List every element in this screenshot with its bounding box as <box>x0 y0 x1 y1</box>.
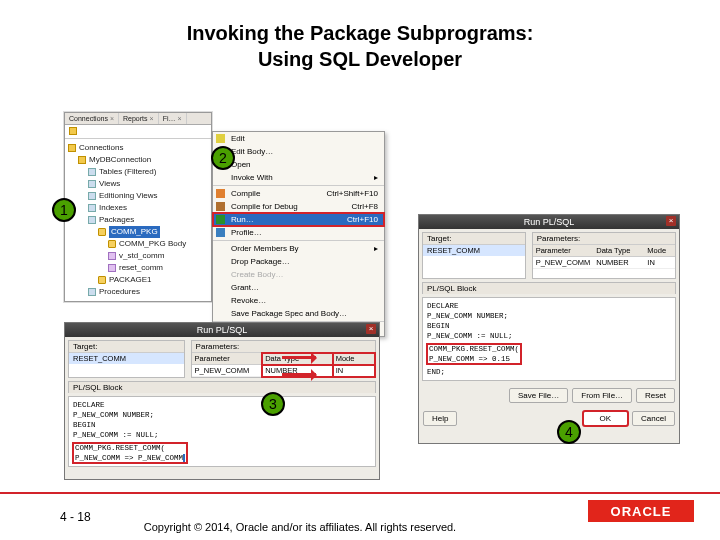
menu-order-members[interactable]: Order Members By▸ <box>213 242 384 255</box>
code-line: P_NEW_COMM NUMBER; <box>73 410 371 420</box>
folder-icon <box>88 180 96 188</box>
code-line: P_NEW_COMM => P_NEW_COMM <box>75 453 185 463</box>
tree-tables[interactable]: Tables (Filtered) <box>68 166 208 178</box>
run-plsql-dialog-confirmed: Run PL/SQL× Target: RESET_COMM Parameter… <box>418 214 680 444</box>
param-col-parameter: Parameter <box>192 353 263 365</box>
step-marker-3: 3 <box>261 392 285 416</box>
copyright-text: Copyright © 2014, Oracle and/or its affi… <box>60 521 540 534</box>
code-line: END; <box>427 367 671 377</box>
code-line: P_NEW_COMM NUMBER; <box>427 311 671 321</box>
close-icon[interactable]: × <box>110 115 114 122</box>
variable-icon <box>108 252 116 260</box>
param-col-parameter: Parameter <box>533 245 594 257</box>
procedure-icon <box>108 264 116 272</box>
tab-fi[interactable]: Fi…× <box>159 113 187 124</box>
tree-indexes[interactable]: Indexes <box>68 202 208 214</box>
target-header: Target: <box>423 233 525 245</box>
plus-icon[interactable] <box>69 127 77 135</box>
code-line: DECLARE <box>427 301 671 311</box>
package-icon <box>98 228 106 236</box>
menu-separator <box>213 240 384 241</box>
package-icon <box>108 240 116 248</box>
debug-icon <box>216 202 225 211</box>
code-line: P_NEW_COMM := NULL; <box>427 331 671 341</box>
param-type: NUMBER <box>593 257 644 269</box>
folder-icon <box>88 168 96 176</box>
package-context-menu: Edit Edit Body… Open Invoke With▸ Compil… <box>212 131 385 337</box>
footer-divider <box>0 492 720 494</box>
folder-icon <box>88 192 96 200</box>
step-marker-1: 1 <box>52 198 76 222</box>
run-plsql-dialog: Run PL/SQL× Target: RESET_COMM Parameter… <box>64 322 380 480</box>
menu-compile[interactable]: CompileCtrl+Shift+F10 <box>213 187 384 200</box>
target-value[interactable]: RESET_COMM <box>69 353 184 364</box>
tree-root[interactable]: Connections <box>68 142 208 154</box>
menu-open[interactable]: Open <box>213 158 384 171</box>
oracle-logo: ORACLE <box>588 500 694 522</box>
menu-compile-debug[interactable]: Compile for DebugCtrl+F8 <box>213 200 384 213</box>
reset-button[interactable]: Reset <box>636 388 675 403</box>
close-icon[interactable]: × <box>150 115 154 122</box>
menu-create-body: Create Body… <box>213 268 384 281</box>
edit-icon <box>216 134 225 143</box>
title-line1: Invoking the Package Subprograms: <box>0 20 720 46</box>
tree-package1[interactable]: PACKAGE1 <box>68 274 208 286</box>
code-call-highlighted: COMM_PKG.RESET_COMM( P_NEW_COMM => P_NEW… <box>73 443 187 463</box>
param-mode: IN <box>644 257 675 269</box>
connections-tabs: Connections× Reports× Fi…× <box>65 113 211 125</box>
menu-save-spec[interactable]: Save Package Spec and Body… <box>213 307 384 320</box>
tree-views[interactable]: Views <box>68 178 208 190</box>
menu-run[interactable]: Run…Ctrl+F10 <box>213 213 384 226</box>
tree-comm-pkg-body[interactable]: COMM_PKG Body <box>68 238 208 250</box>
plsql-code[interactable]: DECLARE P_NEW_COMM NUMBER; BEGIN P_NEW_C… <box>68 396 376 467</box>
tree-packages[interactable]: Packages <box>68 214 208 226</box>
code-line: BEGIN <box>427 321 671 331</box>
folder-icon <box>88 288 96 296</box>
menu-profile[interactable]: Profile… <box>213 226 384 239</box>
callout-arrow <box>282 373 316 376</box>
param-mode: IN <box>333 365 375 377</box>
tab-reports[interactable]: Reports× <box>119 113 159 124</box>
menu-revoke[interactable]: Revoke… <box>213 294 384 307</box>
target-header: Target: <box>69 341 184 353</box>
tree-db[interactable]: MyDBConnection <box>68 154 208 166</box>
compile-icon <box>216 189 225 198</box>
plsql-code[interactable]: DECLARE P_NEW_COMM NUMBER; BEGIN P_NEW_C… <box>422 297 676 381</box>
tab-connections[interactable]: Connections× <box>65 113 119 124</box>
folder-icon <box>88 216 96 224</box>
param-name: P_NEW_COMM <box>192 365 263 377</box>
param-col-mode: Mode <box>644 245 675 257</box>
run-icon <box>216 215 225 224</box>
plsql-block-header: PL/SQL Block <box>422 282 676 294</box>
close-icon[interactable]: × <box>366 324 376 334</box>
code-line: BEGIN <box>73 420 371 430</box>
tree-procedures[interactable]: Procedures <box>68 286 208 298</box>
menu-drop-package[interactable]: Drop Package… <box>213 255 384 268</box>
plsql-block-header: PL/SQL Block <box>68 381 376 393</box>
help-button[interactable]: Help <box>423 411 457 426</box>
cancel-button[interactable]: Cancel <box>632 411 675 426</box>
close-icon[interactable]: × <box>666 216 676 226</box>
highlighted-param <box>183 454 185 462</box>
menu-grant[interactable]: Grant… <box>213 281 384 294</box>
target-value[interactable]: RESET_COMM <box>423 245 525 256</box>
connections-icon <box>68 144 76 152</box>
dialog-titlebar: Run PL/SQL× <box>65 323 379 337</box>
slide-title: Invoking the Package Subprograms: Using … <box>0 20 720 72</box>
tree-editioning[interactable]: Editioning Views <box>68 190 208 202</box>
from-file-button[interactable]: From File… <box>572 388 632 403</box>
menu-invoke-with[interactable]: Invoke With▸ <box>213 171 384 184</box>
connections-panel: Connections× Reports× Fi…× Connections M… <box>64 112 212 302</box>
ok-button[interactable]: OK <box>583 411 629 426</box>
profile-icon <box>216 228 225 237</box>
close-icon[interactable]: × <box>177 115 181 122</box>
menu-edit-body[interactable]: Edit Body… <box>213 145 384 158</box>
menu-edit[interactable]: Edit <box>213 132 384 145</box>
code-line: COMM_PKG.RESET_COMM( <box>75 443 185 453</box>
connections-tree: Connections MyDBConnection Tables (Filte… <box>65 139 211 301</box>
save-file-button[interactable]: Save File… <box>509 388 568 403</box>
tree-comm-pkg[interactable]: COMM_PKG <box>68 226 208 238</box>
tree-reset-comm[interactable]: reset_comm <box>68 262 208 274</box>
tree-v-std-comm[interactable]: v_std_comm <box>68 250 208 262</box>
connections-toolbar <box>65 125 211 139</box>
